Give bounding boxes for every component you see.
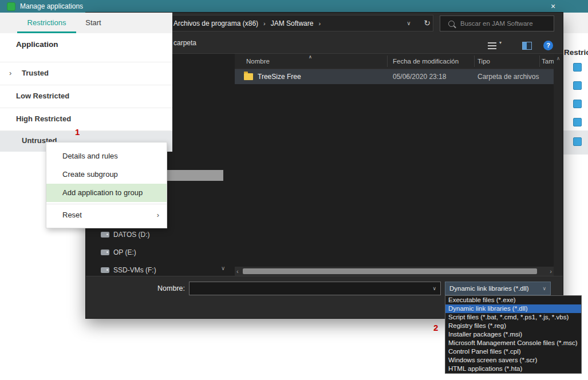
restriction-checkbox[interactable] (573, 63, 582, 72)
horizontal-scrollbar[interactable]: ‹ › (235, 267, 554, 276)
address-dropdown-icon[interactable]: ∨ (402, 15, 416, 31)
tree-item-label: OP (E:) (113, 248, 136, 256)
tree-item-label: SSD-VMs (F:) (113, 266, 156, 274)
tab-start[interactable]: Start (77, 13, 110, 33)
breadcrumb-separator-icon: › (263, 20, 266, 27)
filetype-selected-value: Dynamic link libraries (*.dll) (449, 285, 529, 292)
scroll-right-icon[interactable]: › (550, 267, 552, 276)
filetype-option[interactable]: Registry files (*.reg) (445, 322, 581, 330)
filename-combobox[interactable]: ∨ (189, 282, 441, 295)
restrictions-column: Restrict (563, 13, 588, 155)
view-mode-icon[interactable] (488, 42, 496, 49)
filetype-option[interactable]: Executable files (*.exe) (445, 296, 581, 304)
tab-restrictions[interactable]: Restrictions (17, 13, 76, 33)
group-row-trusted[interactable]: › Trusted (0, 62, 172, 85)
column-header-name[interactable]: Nombre (246, 54, 270, 69)
restriction-checkbox[interactable] (573, 137, 582, 146)
filetype-dropdown-list: Executable files (*.exe) Dynamic link li… (445, 295, 582, 374)
tree-scroll-down-icon[interactable]: ∨ (221, 264, 225, 272)
drive-icon (101, 232, 109, 238)
restrictions-column-header: Restrict (564, 48, 588, 57)
search-input[interactable] (459, 19, 553, 27)
search-box[interactable] (440, 15, 554, 31)
breadcrumb: Archivos de programa (x86) › JAM Softwar… (173, 15, 321, 31)
scroll-up-icon[interactable]: ∧ (554, 54, 563, 63)
help-button[interactable]: ? (543, 41, 553, 50)
active-tab-underline (17, 31, 76, 33)
menu-separator (46, 204, 167, 204)
group-label: Trusted (22, 69, 49, 77)
filetype-option[interactable]: HTML applications (*.hta) (445, 365, 581, 373)
filetype-option[interactable]: Microsoft Management Console files (*.ms… (445, 339, 581, 347)
app-left-panel: Restrictions Start Application › Trusted… (0, 13, 172, 152)
menu-item-create-subgroup[interactable]: Create subgroup (46, 165, 167, 184)
preview-pane-icon[interactable] (522, 42, 532, 50)
tree-item-drive[interactable]: SSD-VMs (F:) (86, 263, 223, 276)
column-header-type[interactable]: Tipo (477, 54, 490, 69)
restriction-checkbox[interactable] (573, 81, 582, 90)
breadcrumb-segment[interactable]: JAM Software (271, 19, 314, 27)
group-row-high-restricted[interactable]: High Restricted (0, 108, 172, 130)
drive-icon (101, 267, 109, 273)
column-separator[interactable] (539, 56, 540, 67)
search-icon (448, 21, 455, 27)
file-row[interactable]: TreeSize Free 05/06/2020 23:18 Carpeta d… (235, 69, 554, 84)
file-modified: 05/06/2020 23:18 (393, 69, 446, 84)
file-list-header: Nombre ∧ Fecha de modificación Tipo Tama… (235, 54, 554, 69)
restriction-checkbox[interactable] (573, 100, 582, 108)
menu-item-label: Reset (62, 211, 82, 219)
chevron-down-icon[interactable]: ∨ (542, 282, 546, 295)
group-label: Low Restricted (16, 92, 69, 100)
restriction-checkbox[interactable] (573, 118, 582, 126)
filename-label: Nombre: (137, 282, 185, 295)
app-icon (7, 2, 15, 11)
column-separator[interactable] (474, 56, 475, 67)
horizontal-scrollbar-thumb[interactable] (243, 268, 537, 274)
column-header-size[interactable]: Tamaño (542, 54, 554, 69)
filetype-option[interactable]: Installer packages (*.msi) (445, 330, 581, 339)
chevron-right-icon[interactable]: › (9, 62, 11, 84)
breadcrumb-segment[interactable]: Archivos de programa (x86) (173, 19, 258, 27)
group-row-low-restricted[interactable]: Low Restricted (0, 85, 172, 108)
refresh-icon[interactable]: ↻ (420, 15, 434, 31)
chevron-down-icon[interactable]: ∨ (432, 282, 436, 295)
filetype-combobox[interactable]: Dynamic link libraries (*.dll) ∨ (445, 282, 551, 295)
drive-icon (101, 250, 109, 255)
filetype-option-selected[interactable]: Dynamic link libraries (*.dll) (445, 304, 581, 313)
filetype-option[interactable]: Script files (*.bat, *.cmd, *.ps1, *.js,… (445, 313, 581, 322)
new-folder-button[interactable]: carpeta (173, 32, 196, 54)
column-header-modified[interactable]: Fecha de modificación (393, 54, 459, 69)
group-label: High Restricted (16, 114, 71, 123)
menu-item-reset[interactable]: Reset › (46, 206, 167, 224)
filetype-option[interactable]: Control Panel files (*.cpl) (445, 347, 581, 356)
tree-item-drive[interactable]: OP (E:) (86, 245, 223, 260)
application-section-header: Application (16, 40, 58, 49)
close-icon[interactable]: × (545, 0, 561, 13)
tree-item-label: DATOS (D:) (113, 231, 150, 239)
column-separator[interactable] (387, 56, 388, 67)
annotation-marker-1: 1 (75, 127, 80, 137)
titlebar: Manage applications × (0, 0, 588, 13)
tree-item-drive[interactable]: DATOS (D:) (86, 227, 223, 242)
scrollbar-corner (554, 267, 563, 276)
filetype-option[interactable]: Windows screen savers (*.scr) (445, 356, 581, 365)
file-name: TreeSize Free (258, 69, 301, 84)
breadcrumb-separator-icon: › (318, 20, 321, 27)
right-tabstrip-bg (563, 13, 588, 33)
context-menu: Details and rules Create subgroup Add ap… (46, 142, 167, 228)
menu-item-add-application-to-group[interactable]: Add application to group (46, 184, 167, 202)
tab-strip: Restrictions Start (0, 13, 172, 33)
scroll-left-icon[interactable]: ‹ (236, 267, 239, 276)
file-type: Carpeta de archivos (477, 69, 539, 84)
screen: Manage applications × Restrict Archivos … (0, 0, 588, 380)
menu-item-details-and-rules[interactable]: Details and rules (46, 147, 167, 165)
footer-separator (86, 276, 563, 276)
window-title: Manage applications (20, 2, 83, 10)
submenu-arrow-icon: › (157, 206, 159, 224)
filename-input[interactable] (192, 283, 423, 295)
view-mode-dropdown-icon[interactable]: ▾ (499, 32, 502, 54)
vertical-scrollbar[interactable]: ∧ (554, 54, 563, 267)
annotation-marker-2: 2 (433, 323, 438, 332)
sort-ascending-icon: ∧ (309, 54, 312, 61)
folder-icon (244, 73, 253, 80)
